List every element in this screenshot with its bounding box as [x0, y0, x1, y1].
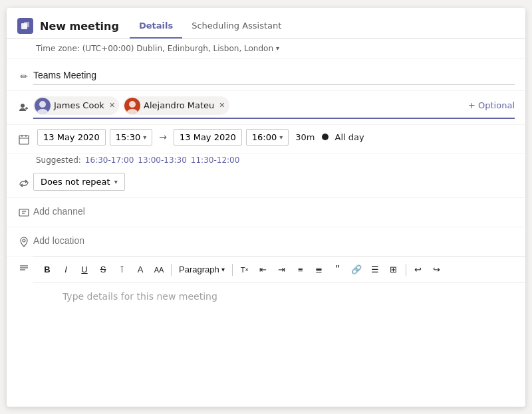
start-date-value: 13 May 2020	[43, 132, 100, 142]
end-date-value: 13 May 2020	[180, 132, 236, 142]
indent-inc-button[interactable]: ⇥	[273, 261, 291, 278]
repeat-content: Does not repeat ▾	[33, 173, 515, 191]
repeat-row: Does not repeat ▾	[7, 169, 525, 198]
header: New meeting Details Scheduling Assistant	[7, 8, 525, 39]
suggested-time-1[interactable]: 16:30-17:00	[85, 155, 134, 165]
clear-format-button[interactable]: T×	[236, 261, 253, 278]
editor-inner: B I U S ⊺ A AA Paragraph ▾ T×	[33, 257, 525, 363]
suggested-time-3[interactable]: 11:30-12:00	[191, 155, 240, 165]
end-date-field[interactable]: 13 May 2020	[174, 129, 242, 146]
start-date-field[interactable]: 13 May 2020	[37, 129, 106, 146]
avatar-james	[35, 98, 51, 114]
numbered-list-button[interactable]: ≣	[311, 261, 328, 278]
repeat-icon	[15, 173, 33, 189]
optional-link[interactable]: + Optional	[463, 100, 515, 110]
bold-button[interactable]: B	[39, 261, 56, 278]
quote-button[interactable]: "	[329, 261, 346, 278]
suggested-time-2[interactable]: 13:00-13:30	[138, 155, 187, 165]
svg-rect-1	[24, 22, 29, 27]
svg-point-4	[37, 109, 48, 114]
duration-badge: 30m	[295, 132, 315, 142]
arrow-separator: →	[156, 132, 170, 142]
svg-point-6	[127, 109, 138, 114]
location-input[interactable]	[33, 231, 515, 250]
repeat-select[interactable]: Does not repeat ▾	[33, 173, 125, 191]
location-row	[7, 227, 525, 257]
paragraph-chevron-icon: ▾	[221, 266, 225, 273]
svg-point-5	[129, 101, 136, 108]
redo-button[interactable]: ↪	[428, 261, 446, 278]
editor-placeholder: Type details for this new meeting	[63, 291, 217, 302]
suggested-label: Suggested:	[36, 155, 81, 165]
attendee-name-james: James Cook	[54, 100, 104, 110]
attendee-chip-james: James Cook ✕	[33, 96, 119, 115]
strikethrough-button[interactable]: S	[94, 261, 112, 278]
allday-label: All day	[335, 132, 364, 142]
paragraph-label: Paragraph	[179, 264, 219, 274]
align-button[interactable]: ☰	[366, 261, 384, 278]
form-area: ✏ James Cook ✕	[7, 59, 525, 407]
toolbar-sep-3	[406, 264, 406, 276]
svg-point-3	[39, 101, 46, 108]
repeat-value: Does not repeat	[41, 177, 110, 187]
start-time-value: 15:30	[116, 132, 140, 142]
link-button[interactable]: 🔗	[348, 261, 365, 278]
pencil-icon: ✏	[15, 66, 33, 82]
suggested-times-row: Suggested: 16:30-17:00 13:00-13:30 11:30…	[7, 154, 525, 169]
tab-scheduling[interactable]: Scheduling Assistant	[182, 15, 291, 39]
bullet-list-button[interactable]: ≡	[292, 261, 309, 278]
end-time-field[interactable]: 16:00 ▾	[246, 129, 289, 146]
editor-row: B I U S ⊺ A AA Paragraph ▾ T×	[7, 257, 525, 363]
channel-icon	[15, 202, 33, 218]
svg-point-14	[23, 239, 25, 242]
attendee-name-alejandro: Alejandro Mateu	[144, 100, 214, 110]
start-time-field[interactable]: 15:30 ▾	[110, 129, 153, 146]
page-title: New meeting	[40, 20, 119, 33]
attendee-input[interactable]	[233, 100, 345, 110]
timezone-chevron-icon: ▾	[276, 45, 279, 52]
person-add-icon	[15, 102, 33, 113]
toolbar-sep-2	[232, 264, 233, 276]
editor-body[interactable]: Type details for this new meeting	[33, 283, 525, 363]
end-time-value: 16:00	[252, 132, 277, 142]
format1-button[interactable]: ⊺	[113, 261, 130, 278]
undo-button[interactable]: ↩	[410, 261, 427, 278]
attendees-row-container: James Cook ✕ Alejandro Mateu ✕ + Optiona…	[7, 91, 525, 125]
timezone-bar[interactable]: Time zone: (UTC+00:00) Dublin, Edinburgh…	[7, 39, 525, 59]
svg-rect-11	[19, 209, 29, 216]
dot-separator	[322, 134, 329, 140]
attendees-field[interactable]: James Cook ✕ Alejandro Mateu ✕ + Optiona…	[33, 96, 515, 119]
repeat-chevron-icon: ▾	[114, 178, 118, 185]
timezone-label: Time zone: (UTC+00:00) Dublin, Edinburgh…	[36, 44, 273, 53]
channel-input[interactable]	[33, 202, 515, 221]
attendee-chip-alejandro: Alejandro Mateu ✕	[123, 96, 229, 115]
calendar-icon	[15, 129, 33, 145]
channel-content	[33, 202, 515, 221]
title-input[interactable]	[33, 66, 515, 85]
end-time-chevron-icon: ▾	[279, 134, 283, 141]
svg-point-2	[21, 104, 25, 108]
title-row: ✏	[7, 62, 525, 91]
channel-row	[7, 198, 525, 227]
format-aa-button[interactable]: AA	[150, 261, 168, 278]
app-icon	[17, 18, 33, 34]
remove-alejandro-button[interactable]: ✕	[217, 101, 225, 110]
avatar-alejandro	[124, 98, 140, 114]
italic-button[interactable]: I	[57, 261, 74, 278]
svg-rect-7	[19, 136, 29, 144]
editor-container: B I U S ⊺ A AA Paragraph ▾ T×	[15, 257, 525, 363]
tab-details[interactable]: Details	[130, 15, 182, 39]
toolbar-sep-1	[171, 264, 172, 276]
editor-toolbar: B I U S ⊺ A AA Paragraph ▾ T×	[33, 257, 525, 283]
start-time-chevron-icon: ▾	[143, 134, 146, 141]
paragraph-dropdown[interactable]: Paragraph ▾	[175, 262, 229, 276]
tabs: Details Scheduling Assistant	[130, 15, 291, 38]
table-button[interactable]: ⊞	[385, 261, 402, 278]
underline-button[interactable]: U	[76, 261, 93, 278]
location-icon	[15, 231, 33, 247]
location-content	[33, 231, 515, 250]
remove-james-button[interactable]: ✕	[108, 101, 115, 110]
indent-dec-button[interactable]: ⇤	[255, 261, 272, 278]
datetime-fields: 13 May 2020 15:30 ▾ → 13 May 2020 16:00 …	[15, 129, 515, 146]
format-a-button[interactable]: A	[132, 261, 149, 278]
